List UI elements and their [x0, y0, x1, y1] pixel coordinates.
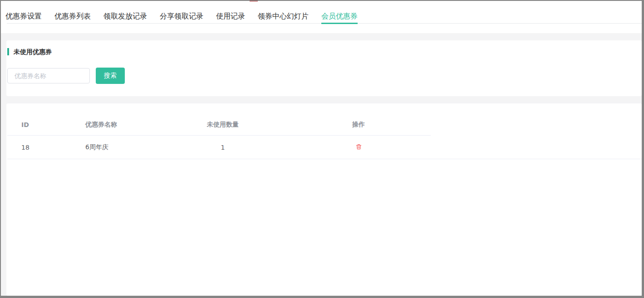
cell-actions — [286, 143, 431, 151]
cell-id: 18 — [7, 144, 64, 151]
trash-icon — [355, 143, 362, 150]
table-panel: ID 优惠券名称 未使用数量 操作 18 6周年庆 1 — [6, 103, 642, 296]
delete-button[interactable] — [355, 143, 362, 150]
cell-unused-count: 1 — [159, 144, 286, 151]
section-header: 未使用优惠券 — [7, 48, 52, 55]
coupon-admin-page: 优惠券设置 优惠券列表 领取发放记录 分享领取记录 使用记录 领券中心幻灯片 会… — [0, 0, 644, 298]
tab-bar: 优惠券设置 优惠券列表 领取发放记录 分享领取记录 使用记录 领券中心幻灯片 会… — [1, 1, 642, 33]
tab-coupon-settings[interactable]: 优惠券设置 — [5, 1, 42, 24]
tab-share-claim-records[interactable]: 分享领取记录 — [160, 1, 203, 24]
section-title: 未使用优惠券 — [14, 48, 52, 55]
active-tab-underline — [321, 23, 358, 24]
table-row: 18 6周年庆 1 — [7, 136, 642, 159]
tab-coupon-list[interactable]: 优惠券列表 — [54, 1, 91, 24]
top-edge-fragment — [102, 0, 120, 1]
tabs: 优惠券设置 优惠券列表 领取发放记录 分享领取记录 使用记录 领券中心幻灯片 会… — [5, 1, 370, 24]
tab-member-coupons-label: 会员优惠券 — [321, 12, 358, 20]
header-actions: 操作 — [286, 121, 431, 129]
tab-claim-issue-records[interactable]: 领取发放记录 — [103, 1, 147, 24]
coupons-table: ID 优惠券名称 未使用数量 操作 18 6周年庆 1 — [7, 114, 642, 159]
cell-coupon-name: 6周年庆 — [64, 143, 159, 151]
tab-usage-records[interactable]: 使用记录 — [216, 1, 245, 24]
section-accent-bar — [7, 48, 9, 55]
coupon-name-input[interactable] — [7, 68, 90, 83]
header-unused-count: 未使用数量 — [159, 121, 286, 129]
search-button[interactable]: 搜索 — [96, 68, 125, 84]
table-bottom-border — [7, 159, 642, 159]
header-coupon-name: 优惠券名称 — [64, 121, 159, 129]
top-edge-red-fragment — [250, 0, 258, 1]
search-panel: 未使用优惠券 搜索 — [6, 40, 642, 96]
search-row: 搜索 — [7, 68, 125, 84]
table-header-row: ID 优惠券名称 未使用数量 操作 — [7, 114, 431, 136]
header-id: ID — [7, 121, 64, 128]
tab-member-coupons[interactable]: 会员优惠券 — [321, 1, 358, 24]
tab-coupon-center-slides[interactable]: 领券中心幻灯片 — [258, 1, 309, 24]
